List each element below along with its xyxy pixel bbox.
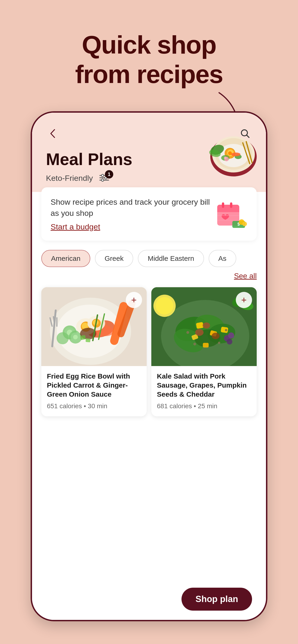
recipe-card-2[interactable]: + Kale Salad with Pork Sausage, Grapes, … — [151, 287, 257, 416]
svg-point-81 — [193, 343, 196, 346]
svg-rect-27 — [230, 202, 232, 208]
svg-point-76 — [212, 333, 219, 339]
svg-rect-56 — [86, 338, 91, 342]
category-tab-asian[interactable]: As — [209, 250, 236, 267]
svg-rect-74 — [203, 343, 209, 348]
recipe-1-meta: 651 calories • 30 min — [47, 402, 141, 410]
category-tab-middle-eastern[interactable]: Middle Eastern — [138, 250, 204, 267]
recipe-2-meta: 681 calories • 25 min — [157, 402, 251, 410]
hero-title: Quick shop from recipes — [0, 0, 298, 89]
svg-rect-70 — [196, 322, 204, 329]
svg-point-78 — [186, 331, 189, 334]
see-all-row: See all — [32, 272, 266, 285]
budget-description: Show recipe prices and track your grocer… — [51, 196, 210, 218]
svg-rect-55 — [80, 335, 86, 340]
svg-point-16 — [231, 152, 240, 156]
recipe-1-info: Fried Egg Rice Bowl with Pickled Carrot … — [41, 366, 147, 416]
svg-point-80 — [225, 329, 227, 331]
category-tabs: American Greek Middle Eastern As — [32, 241, 266, 272]
svg-rect-25 — [217, 209, 239, 212]
svg-point-33 — [242, 222, 247, 226]
top-area: Meal Plans Keto-Friendly — [32, 113, 266, 192]
svg-point-86 — [156, 297, 173, 314]
budget-text-area: Show recipe prices and track your grocer… — [51, 196, 210, 231]
svg-point-79 — [218, 342, 220, 344]
svg-point-77 — [203, 322, 210, 328]
recipe-2-title: Kale Salad with Pork Sausage, Grapes, Pu… — [157, 372, 251, 399]
keto-filter-label: Keto-Friendly — [46, 174, 93, 183]
phone-screen: Meal Plans Keto-Friendly — [32, 113, 266, 620]
category-tab-american[interactable]: American — [41, 250, 90, 267]
bowl-illustration — [196, 120, 261, 180]
category-tab-greek[interactable]: Greek — [95, 250, 133, 267]
svg-point-83 — [228, 332, 234, 338]
recipe-1-title: Fried Egg Rice Bowl with Pickled Carrot … — [47, 372, 141, 399]
start-budget-link[interactable]: Start a budget — [51, 222, 210, 231]
svg-point-84 — [227, 339, 232, 344]
add-recipe-1-button[interactable]: + — [126, 292, 142, 308]
calendar-illustration: $ — [215, 199, 247, 229]
phone-frame: Meal Plans Keto-Friendly — [31, 111, 267, 621]
recipe-card-1[interactable]: + Fried Egg Rice Bowl with Pickled Carro… — [41, 287, 147, 416]
svg-point-4 — [101, 174, 104, 177]
see-all-link[interactable]: See all — [234, 272, 257, 280]
svg-rect-26 — [222, 202, 224, 208]
filter-badge: 1 — [105, 170, 113, 178]
budget-banner: Show recipe prices and track your grocer… — [41, 187, 257, 241]
svg-point-6 — [101, 179, 104, 181]
svg-point-75 — [195, 329, 203, 336]
svg-point-44 — [73, 335, 78, 340]
back-button[interactable] — [46, 126, 60, 140]
svg-point-45 — [57, 332, 69, 344]
add-recipe-2-button[interactable]: + — [236, 292, 252, 308]
svg-point-22 — [224, 156, 227, 159]
page-background: Quick shop from recipes — [0, 0, 298, 644]
shop-plan-button[interactable]: Shop plan — [181, 588, 252, 610]
recipe-2-info: Kale Salad with Pork Sausage, Grapes, Pu… — [151, 366, 257, 416]
recipe-grid: + Fried Egg Rice Bowl with Pickled Carro… — [32, 285, 266, 426]
filter-icon-wrap[interactable]: 1 — [99, 174, 110, 183]
